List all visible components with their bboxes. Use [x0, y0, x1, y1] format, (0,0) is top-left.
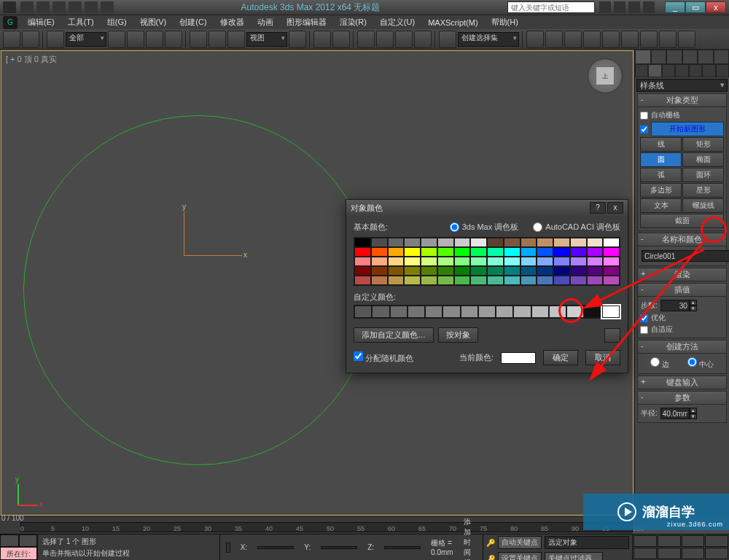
cat-spacewarps-icon[interactable]: [702, 64, 715, 77]
dialog-close-button[interactable]: x: [607, 202, 623, 214]
play-icon[interactable]: [682, 535, 705, 547]
shape-donut-button[interactable]: 圆环: [682, 168, 724, 182]
palette-swatch[interactable]: [587, 238, 604, 247]
palette-swatch[interactable]: [371, 247, 388, 257]
palette-swatch[interactable]: [470, 247, 487, 257]
palette-swatch[interactable]: [454, 238, 471, 247]
render-frame-button[interactable]: [659, 31, 677, 48]
auto-key-button[interactable]: 自动关键点: [498, 536, 542, 549]
custom-swatch[interactable]: [461, 306, 478, 318]
palette-swatch[interactable]: [553, 247, 570, 257]
rollout-object-type[interactable]: -对象类型: [637, 93, 727, 107]
zoom-all-icon[interactable]: [658, 548, 681, 559]
tab-modify-icon[interactable]: [651, 50, 667, 64]
link-button[interactable]: [47, 31, 64, 48]
menu-edit[interactable]: 编辑(E): [22, 15, 61, 29]
key-icon[interactable]: 🔑: [486, 555, 495, 561]
palette-swatch[interactable]: [470, 257, 487, 266]
close-button[interactable]: x: [706, 1, 726, 13]
rollout-creation-method[interactable]: -创建方法: [637, 340, 727, 354]
window-crossing-button[interactable]: [165, 31, 182, 48]
palette-swatch[interactable]: [371, 257, 388, 266]
palette-swatch[interactable]: [437, 276, 454, 285]
palette-swatch[interactable]: [487, 257, 504, 266]
dialog-titlebar[interactable]: 对象颜色 ? x: [346, 200, 628, 216]
menu-maxscript[interactable]: MAXScript(M): [422, 17, 483, 28]
optimize-checkbox[interactable]: [640, 314, 648, 322]
layers-button[interactable]: [564, 31, 582, 48]
palette-swatch[interactable]: [354, 238, 371, 247]
palette-swatch[interactable]: [421, 238, 437, 247]
circle-spline-object[interactable]: [23, 115, 373, 465]
y-field[interactable]: [321, 546, 357, 549]
custom-swatch[interactable]: [549, 306, 566, 318]
palette-swatch[interactable]: [454, 247, 471, 257]
shape-circle-button[interactable]: 圆: [640, 152, 682, 167]
custom-swatch[interactable]: [584, 306, 601, 318]
cat-lights-icon[interactable]: [662, 64, 675, 77]
menu-view[interactable]: 视图(V): [134, 15, 173, 29]
palette-swatch[interactable]: [404, 257, 421, 266]
palette-swatch[interactable]: [487, 276, 504, 285]
add-custom-color-button[interactable]: 添加自定义颜色…: [354, 327, 434, 343]
palette-swatch[interactable]: [553, 266, 570, 276]
custom-swatch[interactable]: [408, 306, 425, 318]
mini-macro[interactable]: [19, 534, 38, 547]
percent-snap-button[interactable]: [395, 31, 413, 48]
maximize-button[interactable]: ▭: [685, 1, 706, 13]
menu-grapheditors[interactable]: 图形编辑器: [281, 15, 332, 29]
palette-swatch[interactable]: [470, 266, 487, 276]
selection-filter-combo[interactable]: 全部: [66, 32, 106, 47]
palette-swatch[interactable]: [504, 247, 521, 257]
menu-group[interactable]: 组(G): [101, 15, 133, 29]
menu-customize[interactable]: 自定义(U): [374, 15, 421, 29]
palette-swatch[interactable]: [603, 266, 620, 276]
shape-section-button[interactable]: 截面: [640, 214, 724, 228]
custom-swatch[interactable]: [390, 306, 408, 318]
mirror-button[interactable]: [526, 31, 544, 48]
tab-hierarchy-icon[interactable]: [666, 50, 682, 64]
palette-swatch[interactable]: [537, 238, 553, 247]
current-color-swatch[interactable]: [501, 352, 536, 364]
qat-button[interactable]: [69, 1, 82, 13]
scale-button[interactable]: [227, 31, 245, 48]
palette-swatch[interactable]: [421, 276, 437, 285]
favorites-icon[interactable]: [628, 1, 640, 13]
angle-snap-button[interactable]: [376, 31, 394, 48]
cat-cameras-icon[interactable]: [675, 64, 688, 77]
palette-swatch[interactable]: [487, 238, 504, 247]
rollout-name-color[interactable]: -名称和颜色: [637, 233, 727, 246]
rotate-button[interactable]: [208, 31, 226, 48]
palette-swatch[interactable]: [421, 247, 437, 257]
custom-swatch[interactable]: [531, 306, 549, 318]
palette-swatch[interactable]: [570, 266, 587, 276]
palette-swatch[interactable]: [371, 266, 388, 276]
curve-editor-button[interactable]: [583, 31, 601, 48]
menu-tools[interactable]: 工具(T): [62, 15, 100, 29]
tab-create-icon[interactable]: [635, 50, 651, 64]
qat-button[interactable]: [85, 1, 98, 13]
tab-utilities-icon[interactable]: [714, 50, 730, 64]
palette-swatch[interactable]: [570, 247, 587, 257]
startnew-checkbox[interactable]: [640, 125, 648, 133]
palette-swatch[interactable]: [388, 247, 405, 257]
viewcube[interactable]: 上: [588, 58, 623, 93]
custom-swatch[interactable]: [443, 306, 460, 318]
palette-swatch[interactable]: [354, 257, 371, 266]
custom-swatch[interactable]: [602, 306, 620, 318]
time-slider[interactable]: 0 / 100 05101520253035404550556065707580…: [0, 516, 633, 534]
palette-swatch[interactable]: [470, 238, 487, 247]
qat-button[interactable]: [20, 1, 34, 13]
steps-input[interactable]: [660, 300, 690, 311]
minimize-button[interactable]: _: [665, 1, 685, 13]
spinner-down-icon[interactable]: ▼: [690, 306, 697, 311]
rollout-interpolation[interactable]: -插值: [637, 283, 727, 297]
palette-swatch[interactable]: [587, 266, 604, 276]
palette-aci-radio[interactable]: AutoCAD ACI 调色板: [533, 222, 620, 233]
assign-random-checkbox[interactable]: 分配随机颜色: [354, 351, 413, 364]
goto-start-icon[interactable]: [634, 535, 657, 547]
palette-swatch[interactable]: [537, 276, 553, 285]
palette-swatch[interactable]: [404, 276, 421, 285]
palette-swatch[interactable]: [521, 276, 537, 285]
shape-ngon-button[interactable]: 多边形: [640, 183, 682, 198]
